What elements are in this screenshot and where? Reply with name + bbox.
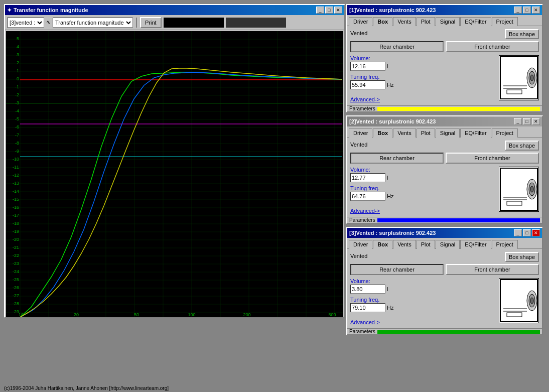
svg-text:20: 20 <box>74 312 79 317</box>
w3-speaker-diagram <box>499 278 539 323</box>
w3-title-bar: [3]Vented : surplustronic 902.423 _ □ ✕ <box>347 228 542 238</box>
print-button[interactable]: Print <box>140 17 162 28</box>
svg-text:-16: -16 <box>13 205 19 210</box>
close-button[interactable]: ✕ <box>334 7 342 14</box>
w1-tuning-label: Tuning freq. <box>350 74 497 80</box>
w1-params-label: Parameters <box>349 106 375 111</box>
w3-tab-row: Driver Box Vents Plot Signal EQ/Filter P… <box>347 238 542 249</box>
w1-tuning-input[interactable] <box>350 80 385 89</box>
w3-controls: _ □ ✕ <box>514 229 540 236</box>
w1-maximize[interactable]: □ <box>523 7 531 14</box>
w3-tab-project[interactable]: Project <box>492 240 518 249</box>
svg-text:-18: -18 <box>13 221 19 226</box>
main-window-title: ✦ Transfer function magnitude <box>7 7 88 14</box>
w2-vented-row: Vented Box shape <box>350 141 539 151</box>
w3-front-chamber-button[interactable]: Front chamber <box>446 264 539 275</box>
w3-rear-chamber-button[interactable]: Rear chamber <box>350 264 444 275</box>
svg-text:-22: -22 <box>13 253 19 258</box>
w1-front-chamber-button[interactable]: Front chamber <box>446 41 539 52</box>
svg-text:-20: -20 <box>13 237 19 242</box>
w3-panel-content: Volume: l Tuning freq. Hz Advanced- <box>350 278 539 325</box>
w2-maximize[interactable]: □ <box>523 118 531 125</box>
w2-rear-chamber-button[interactable]: Rear chamber <box>350 153 444 164</box>
w1-controls: _ □ ✕ <box>514 7 540 14</box>
w1-tab-row: Driver Box Vents Plot Signal EQ/Filter P… <box>347 15 542 26</box>
w1-minimize[interactable]: _ <box>514 7 522 14</box>
w1-tuning-unit: Hz <box>387 82 393 88</box>
svg-text:-2: -2 <box>15 92 19 97</box>
w2-chamber-row: Rear chamber Front chamber <box>350 153 539 164</box>
w2-vented-label: Vented <box>350 142 367 148</box>
svg-text:2: 2 <box>17 60 19 65</box>
w3-tuning-row: Hz <box>350 303 497 312</box>
minimize-button[interactable]: _ <box>316 7 324 14</box>
w3-volume-unit: l <box>387 286 388 292</box>
w1-volume-input[interactable] <box>350 62 385 71</box>
w2-minimize[interactable]: _ <box>514 118 522 125</box>
svg-text:3: 3 <box>17 52 19 57</box>
w1-left-controls: Volume: l Tuning freq. Hz Advanced- <box>350 55 497 102</box>
w2-tab-signal[interactable]: Signal <box>436 128 460 138</box>
w3-tab-signal[interactable]: Signal <box>436 240 460 249</box>
w3-tab-vents[interactable]: Vents <box>393 240 416 249</box>
w1-tab-signal[interactable]: Signal <box>436 17 460 26</box>
w1-close[interactable]: ✕ <box>532 7 540 14</box>
w3-volume-input[interactable] <box>350 285 385 294</box>
svg-text:-3: -3 <box>15 100 19 105</box>
w3-title: [3]Vented : surplustronic 902.423 <box>349 230 436 236</box>
w2-tab-eq[interactable]: EQ/Filter <box>460 128 491 138</box>
w2-tab-driver[interactable]: Driver <box>349 128 372 138</box>
w3-left-controls: Volume: l Tuning freq. Hz Advanced- <box>350 278 497 325</box>
w1-box-shape-button[interactable]: Box shape <box>505 29 539 39</box>
svg-text:-7: -7 <box>15 133 19 138</box>
w1-tab-driver[interactable]: Driver <box>349 17 372 26</box>
w2-volume-input[interactable] <box>350 173 385 182</box>
w2-left-controls: Volume: l Tuning freq. Hz Advanced- <box>350 167 497 214</box>
w3-close[interactable]: ✕ <box>532 229 540 236</box>
w1-tab-box[interactable]: Box <box>373 17 392 26</box>
w3-vented-label: Vented <box>350 253 367 259</box>
w1-tab-plot[interactable]: Plot <box>417 17 435 26</box>
w3-tab-driver[interactable]: Driver <box>349 240 372 249</box>
svg-point-113 <box>530 298 533 304</box>
w1-tab-project[interactable]: Project <box>492 17 518 26</box>
svg-text:50: 50 <box>134 312 139 317</box>
w2-tab-project[interactable]: Project <box>492 128 518 138</box>
w2-close[interactable]: ✕ <box>532 118 540 125</box>
w1-tab-eq[interactable]: EQ/Filter <box>460 17 491 26</box>
w3-vented-row: Vented Box shape <box>350 252 539 262</box>
w2-speaker-diagram <box>499 167 539 212</box>
w1-rear-chamber-button[interactable]: Rear chamber <box>350 41 444 52</box>
w3-tab-eq[interactable]: EQ/Filter <box>460 240 491 249</box>
w1-tab-vents[interactable]: Vents <box>393 17 416 26</box>
mode-select[interactable]: Transfer function magnitude <box>53 18 133 28</box>
w3-tab-box[interactable]: Box <box>373 240 392 249</box>
w3-box-shape-button[interactable]: Box shape <box>505 252 539 262</box>
svg-text:-17: -17 <box>13 213 19 218</box>
w1-advanced-button[interactable]: Advanced-> <box>350 96 380 102</box>
w2-box-shape-button[interactable]: Box shape <box>505 141 539 151</box>
w2-params-indicator <box>377 218 540 222</box>
w3-maximize[interactable]: □ <box>523 229 531 236</box>
w2-tab-vents[interactable]: Vents <box>393 128 416 138</box>
w3-volume-group: Volume: l <box>350 278 497 294</box>
channel-select[interactable]: [3]vented : <box>7 18 44 28</box>
maximize-button[interactable]: □ <box>325 7 333 14</box>
w1-chamber-row: Rear chamber Front chamber <box>350 41 539 52</box>
w3-tuning-input[interactable] <box>350 303 385 312</box>
w3-advanced-button[interactable]: Advanced-> <box>350 319 380 325</box>
w2-front-chamber-button[interactable]: Front chamber <box>446 153 539 164</box>
w1-volume-group: Volume: l <box>350 55 497 71</box>
w2-tab-box[interactable]: Box <box>373 128 392 138</box>
w2-tuning-group: Tuning freq. Hz <box>350 185 497 201</box>
color-swatch-1 <box>164 18 224 28</box>
w2-advanced-button[interactable]: Advanced-> <box>350 208 380 214</box>
w1-tuning-group: Tuning freq. Hz <box>350 74 497 89</box>
maximize-icon: □ <box>328 8 330 13</box>
w2-tuning-input[interactable] <box>350 192 385 201</box>
w3-minimize[interactable]: _ <box>514 229 522 236</box>
w3-tab-plot[interactable]: Plot <box>417 240 435 249</box>
w2-tab-plot[interactable]: Plot <box>417 128 435 138</box>
svg-text:-13: -13 <box>13 181 19 186</box>
w3-speaker-svg <box>499 279 538 323</box>
